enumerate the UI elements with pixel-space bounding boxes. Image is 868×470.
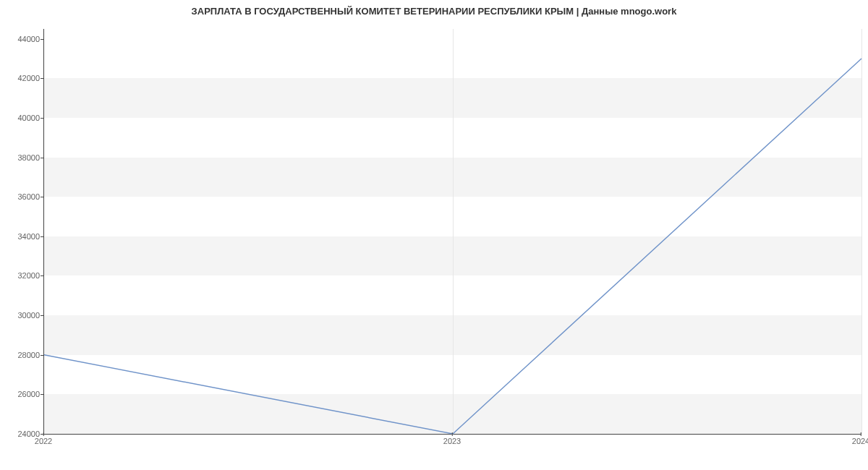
chart-title: ЗАРПЛАТА В ГОСУДАРСТВЕННЫЙ КОМИТЕТ ВЕТЕР…	[0, 6, 868, 17]
y-tick-label: 40000	[4, 114, 40, 122]
x-tick-label: 2023	[443, 437, 461, 445]
y-tick-label: 44000	[4, 35, 40, 43]
x-tick-label: 2022	[35, 437, 52, 445]
y-tick-label: 38000	[4, 153, 40, 162]
y-tick-label: 28000	[4, 351, 40, 359]
y-tick-label: 32000	[4, 271, 40, 280]
y-tick-label: 36000	[4, 192, 40, 201]
line-series	[44, 29, 861, 434]
x-tick-label: 2024	[852, 437, 868, 445]
y-tick-label: 26000	[4, 390, 40, 398]
y-tick-label: 42000	[4, 74, 40, 82]
chart-container: ЗАРПЛАТА В ГОСУДАРСТВЕННЫЙ КОМИТЕТ ВЕТЕР…	[0, 0, 868, 470]
plot-area	[43, 29, 861, 435]
grid-vertical	[861, 29, 862, 434]
series-line	[44, 59, 861, 434]
y-tick-label: 30000	[4, 311, 40, 320]
y-tick-label: 34000	[4, 232, 40, 241]
